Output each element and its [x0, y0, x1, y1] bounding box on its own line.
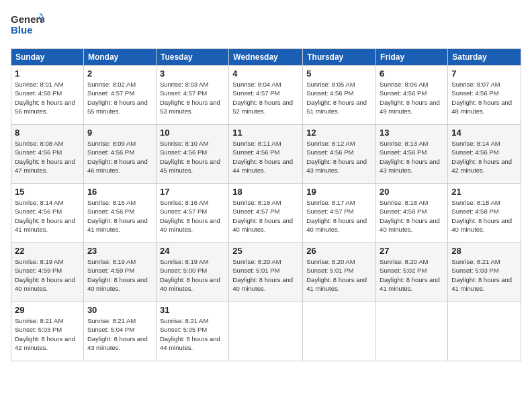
daylight-label: Daylight: 8 hours and 40 minutes. — [380, 217, 440, 233]
sunrise-label: Sunrise: 8:17 AM — [306, 199, 355, 206]
calendar-week-row: 29 Sunrise: 8:21 AM Sunset: 5:03 PM Dayl… — [11, 302, 521, 361]
day-info: Sunrise: 8:15 AM Sunset: 4:56 PM Dayligh… — [87, 198, 152, 234]
day-number: 3 — [160, 68, 225, 79]
calendar-week-row: 22 Sunrise: 8:19 AM Sunset: 4:59 PM Dayl… — [11, 243, 521, 302]
calendar-cell: 22 Sunrise: 8:19 AM Sunset: 4:59 PM Dayl… — [11, 243, 84, 302]
day-info: Sunrise: 8:06 AM Sunset: 4:56 PM Dayligh… — [380, 80, 444, 116]
day-info: Sunrise: 8:20 AM Sunset: 5:01 PM Dayligh… — [232, 257, 299, 293]
day-info: Sunrise: 8:01 AM Sunset: 4:58 PM Dayligh… — [15, 80, 80, 116]
sunrise-label: Sunrise: 8:21 AM — [15, 317, 63, 324]
calendar-cell — [229, 302, 303, 361]
sunset-label: Sunset: 4:57 PM — [160, 89, 207, 97]
sunset-label: Sunset: 5:00 PM — [160, 267, 207, 274]
calendar-cell: 6 Sunrise: 8:06 AM Sunset: 4:56 PM Dayli… — [376, 66, 448, 125]
calendar-cell: 23 Sunrise: 8:19 AM Sunset: 4:59 PM Dayl… — [83, 243, 156, 302]
day-number: 30 — [87, 305, 152, 315]
day-number: 17 — [160, 187, 225, 197]
day-info: Sunrise: 8:18 AM Sunset: 4:58 PM Dayligh… — [380, 198, 444, 234]
sunset-label: Sunset: 4:56 PM — [87, 208, 134, 215]
day-number: 24 — [160, 246, 225, 256]
day-number: 11 — [232, 128, 299, 138]
sunset-label: Sunset: 4:57 PM — [232, 89, 279, 97]
calendar-cell: 5 Sunrise: 8:05 AM Sunset: 4:56 PM Dayli… — [303, 66, 376, 125]
page-container: General Blue SundayMondayTuesdayWednesda… — [0, 0, 532, 368]
sunrise-label: Sunrise: 8:08 AM — [15, 140, 63, 147]
calendar-cell: 8 Sunrise: 8:08 AM Sunset: 4:56 PM Dayli… — [11, 125, 84, 184]
day-number: 1 — [15, 68, 80, 79]
calendar-cell: 19 Sunrise: 8:17 AM Sunset: 4:57 PM Dayl… — [303, 184, 376, 243]
day-info: Sunrise: 8:16 AM Sunset: 4:57 PM Dayligh… — [232, 198, 299, 234]
sunrise-label: Sunrise: 8:21 AM — [160, 317, 208, 324]
day-number: 16 — [87, 187, 152, 197]
sunset-label: Sunset: 4:57 PM — [87, 89, 134, 97]
day-number: 12 — [306, 128, 372, 138]
day-number: 26 — [306, 246, 372, 256]
sunset-label: Sunset: 5:01 PM — [306, 267, 353, 274]
day-info: Sunrise: 8:12 AM Sunset: 4:56 PM Dayligh… — [306, 139, 372, 175]
sunrise-label: Sunrise: 8:11 AM — [232, 140, 281, 147]
daylight-label: Daylight: 8 hours and 41 minutes. — [306, 276, 367, 292]
day-info: Sunrise: 8:21 AM Sunset: 5:03 PM Dayligh… — [15, 316, 80, 352]
logo-icon: General Blue — [11, 11, 44, 39]
calendar-cell: 25 Sunrise: 8:20 AM Sunset: 5:01 PM Dayl… — [229, 243, 303, 302]
day-info: Sunrise: 8:03 AM Sunset: 4:57 PM Dayligh… — [160, 80, 225, 116]
weekday-header: Wednesday — [229, 49, 303, 66]
day-number: 27 — [380, 246, 444, 256]
calendar-cell — [303, 302, 376, 361]
day-info: Sunrise: 8:19 AM Sunset: 4:59 PM Dayligh… — [15, 257, 80, 293]
calendar-cell: 12 Sunrise: 8:12 AM Sunset: 4:56 PM Dayl… — [303, 125, 376, 184]
day-info: Sunrise: 8:11 AM Sunset: 4:56 PM Dayligh… — [232, 139, 299, 175]
sunset-label: Sunset: 4:56 PM — [232, 148, 279, 156]
calendar-cell: 20 Sunrise: 8:18 AM Sunset: 4:58 PM Dayl… — [376, 184, 448, 243]
sunrise-label: Sunrise: 8:03 AM — [160, 81, 208, 88]
day-info: Sunrise: 8:21 AM Sunset: 5:04 PM Dayligh… — [87, 316, 152, 352]
day-number: 5 — [306, 68, 372, 79]
sunrise-label: Sunrise: 8:18 AM — [451, 199, 500, 206]
calendar-cell: 2 Sunrise: 8:02 AM Sunset: 4:57 PM Dayli… — [83, 66, 156, 125]
weekday-header-row: SundayMondayTuesdayWednesdayThursdayFrid… — [11, 49, 521, 66]
sunrise-label: Sunrise: 8:12 AM — [306, 140, 355, 147]
calendar-cell: 21 Sunrise: 8:18 AM Sunset: 4:58 PM Dayl… — [448, 184, 521, 243]
svg-text:General: General — [11, 13, 44, 25]
day-number: 18 — [232, 187, 299, 197]
daylight-label: Daylight: 8 hours and 44 minutes. — [232, 158, 293, 174]
sunrise-label: Sunrise: 8:14 AM — [451, 140, 500, 147]
day-info: Sunrise: 8:13 AM Sunset: 4:56 PM Dayligh… — [380, 139, 444, 175]
daylight-label: Daylight: 8 hours and 42 minutes. — [451, 158, 512, 174]
sunset-label: Sunset: 4:56 PM — [380, 89, 427, 97]
sunrise-label: Sunrise: 8:14 AM — [15, 199, 63, 206]
day-info: Sunrise: 8:02 AM Sunset: 4:57 PM Dayligh… — [87, 80, 152, 116]
sunset-label: Sunset: 4:58 PM — [451, 208, 498, 215]
day-info: Sunrise: 8:08 AM Sunset: 4:56 PM Dayligh… — [15, 139, 80, 175]
calendar-cell: 18 Sunrise: 8:16 AM Sunset: 4:57 PM Dayl… — [229, 184, 303, 243]
calendar-week-row: 8 Sunrise: 8:08 AM Sunset: 4:56 PM Dayli… — [11, 125, 521, 184]
sunset-label: Sunset: 4:56 PM — [306, 148, 353, 156]
calendar-cell: 7 Sunrise: 8:07 AM Sunset: 4:56 PM Dayli… — [448, 66, 521, 125]
day-number: 6 — [380, 68, 444, 79]
sunset-label: Sunset: 4:59 PM — [87, 267, 134, 274]
day-number: 13 — [380, 128, 444, 138]
calendar-week-row: 1 Sunrise: 8:01 AM Sunset: 4:58 PM Dayli… — [11, 66, 521, 125]
day-number: 10 — [160, 128, 225, 138]
weekday-header: Monday — [83, 49, 156, 66]
day-number: 21 — [451, 187, 517, 197]
calendar-cell — [448, 302, 521, 361]
day-info: Sunrise: 8:20 AM Sunset: 5:01 PM Dayligh… — [306, 257, 372, 293]
day-info: Sunrise: 8:20 AM Sunset: 5:02 PM Dayligh… — [380, 257, 444, 293]
sunrise-label: Sunrise: 8:13 AM — [380, 140, 428, 147]
sunset-label: Sunset: 5:01 PM — [232, 267, 279, 274]
day-info: Sunrise: 8:17 AM Sunset: 4:57 PM Dayligh… — [306, 198, 372, 234]
sunset-label: Sunset: 4:56 PM — [380, 148, 427, 156]
daylight-label: Daylight: 8 hours and 47 minutes. — [15, 158, 75, 174]
calendar-cell: 11 Sunrise: 8:11 AM Sunset: 4:56 PM Dayl… — [229, 125, 303, 184]
sunrise-label: Sunrise: 8:21 AM — [87, 317, 136, 324]
sunset-label: Sunset: 4:58 PM — [380, 208, 427, 215]
daylight-label: Daylight: 8 hours and 40 minutes. — [15, 276, 75, 292]
sunrise-label: Sunrise: 8:19 AM — [87, 258, 136, 265]
day-number: 20 — [380, 187, 444, 197]
calendar-table: SundayMondayTuesdayWednesdayThursdayFrid… — [11, 48, 521, 361]
sunset-label: Sunset: 4:56 PM — [451, 89, 498, 97]
sunrise-label: Sunrise: 8:01 AM — [15, 81, 63, 88]
sunrise-label: Sunrise: 8:02 AM — [87, 81, 136, 88]
day-info: Sunrise: 8:07 AM Sunset: 4:56 PM Dayligh… — [451, 80, 517, 116]
